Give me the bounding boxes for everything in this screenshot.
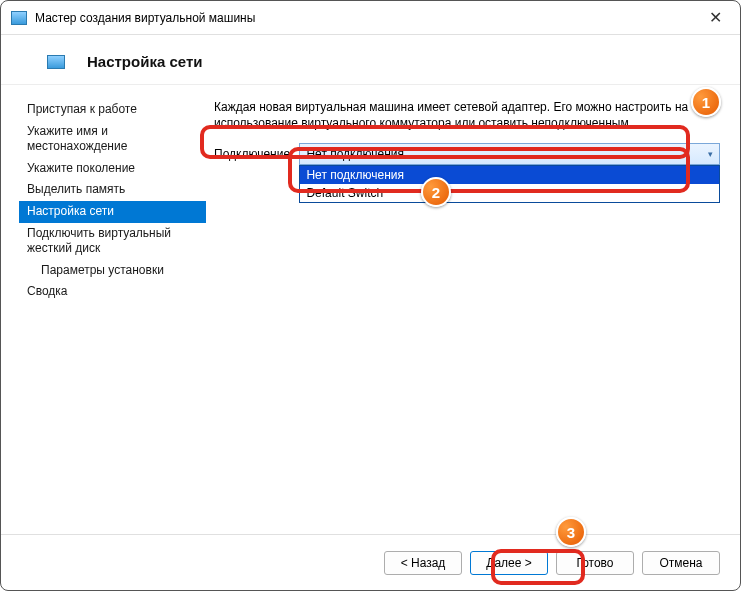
step-hard-disk[interactable]: Подключить виртуальный жесткий диск [19,223,206,260]
connection-row: Подключение: Нет подключения ▾ Нет подкл… [214,143,720,165]
cancel-button[interactable]: Отмена [642,551,720,575]
wizard-body: Приступая к работе Укажите имя и местона… [1,85,740,534]
step-name-location[interactable]: Укажите имя и местонахождение [19,121,206,158]
dropdown-option[interactable]: Нет подключения [300,166,719,184]
titlebar: Мастер создания виртуальной машины ✕ [1,1,740,35]
chevron-down-icon: ▾ [708,149,713,159]
connection-dropdown: Нет подключения Default Switch [299,165,720,203]
step-memory[interactable]: Выделить память [19,179,206,201]
wizard-sidebar: Приступая к работе Укажите имя и местона… [1,85,206,534]
button-bar: < Назад Далее > Готово Отмена [1,534,740,590]
finish-button[interactable]: Готово [556,551,634,575]
close-icon[interactable]: ✕ [701,8,730,27]
wizard-window: Мастер создания виртуальной машины ✕ Нас… [0,0,741,591]
step-networking[interactable]: Настройка сети [19,201,206,223]
connection-value: Нет подключения [306,147,404,161]
connection-label: Подключение: [214,147,293,161]
page-title: Настройка сети [87,53,202,70]
connection-combobox[interactable]: Нет подключения ▾ [299,143,720,165]
wizard-header: Настройка сети [1,35,740,85]
step-summary[interactable]: Сводка [19,281,206,303]
wizard-main: Каждая новая виртуальная машина имеет се… [206,85,740,534]
window-title: Мастер создания виртуальной машины [35,11,701,25]
step-install-options[interactable]: Параметры установки [19,260,206,282]
back-button[interactable]: < Назад [384,551,462,575]
step-generation[interactable]: Укажите поколение [19,158,206,180]
description-text: Каждая новая виртуальная машина имеет се… [214,99,720,131]
app-icon [11,11,27,25]
dropdown-option[interactable]: Default Switch [300,184,719,202]
next-button[interactable]: Далее > [470,551,548,575]
step-getting-started[interactable]: Приступая к работе [19,99,206,121]
wizard-icon [47,55,65,69]
